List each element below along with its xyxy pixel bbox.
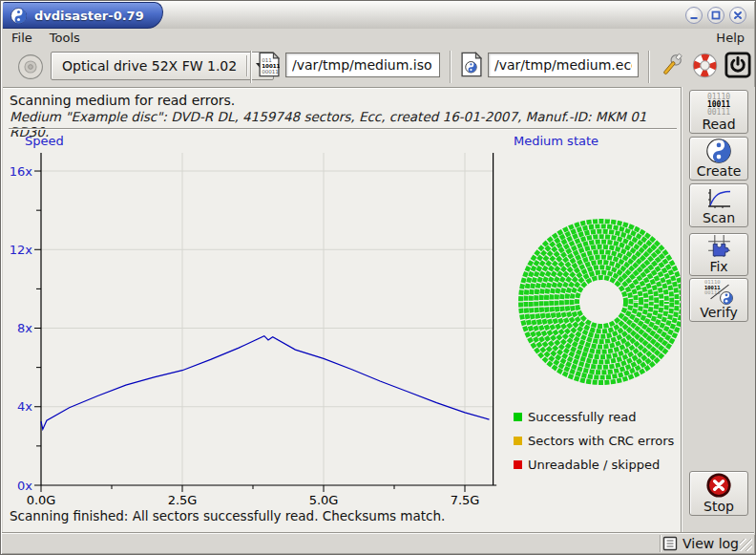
svg-text:5.0G: 5.0G [309, 493, 339, 507]
help-ring-icon[interactable] [692, 53, 718, 78]
medium-state-legend: Successfully read Sectors with CRC error… [514, 405, 674, 477]
maximize-button[interactable] [707, 7, 724, 24]
legend-swatch-yellow [514, 437, 522, 445]
combo-divider [246, 55, 247, 76]
view-log-icon [662, 536, 678, 551]
verify-icon: 011101001100111 [704, 280, 733, 305]
scan-button-label: Scan [703, 210, 735, 225]
read-binary-icon: 011101001100111 [707, 94, 730, 117]
svg-text:4x: 4x [17, 399, 32, 414]
svg-text:12x: 12x [10, 243, 33, 257]
menu-help[interactable]: Help [707, 30, 753, 46]
toolbar: Optical drive 52X FW 1.02 011 10011 0001… [3, 47, 753, 87]
stop-icon [705, 472, 732, 499]
preferences-wrench-icon[interactable] [659, 52, 684, 79]
speed-chart: 0x4x8x12x16x0.0G2.5G5.0G7.5G [3, 134, 523, 516]
svg-text:0x: 0x [17, 479, 32, 493]
minimize-button[interactable] [685, 7, 703, 24]
stop-button[interactable]: Stop [689, 471, 748, 516]
menu-tools[interactable]: Tools [41, 30, 89, 46]
scan-result-text: Scanning finished: All sectors successfu… [10, 508, 445, 523]
toolbar-separator [450, 51, 452, 83]
resize-grip[interactable] [740, 539, 752, 551]
toolbar-separator [250, 51, 252, 83]
status-bar: View log [2, 533, 754, 553]
fix-puzzle-icon [706, 233, 732, 259]
legend-row-success: Successfully read [514, 405, 674, 429]
iso-file-icon: 011 10011 00011 [259, 52, 280, 77]
scan-button[interactable]: Scan [689, 183, 748, 227]
action-status-text: Scanning medium for read errors. [10, 93, 235, 108]
statusbar-separator [660, 535, 662, 552]
app-window: dvdisaster-0.79 File Tools Help Optical … [0, 0, 756, 555]
title-tab: dvdisaster-0.79 [3, 2, 163, 29]
action-sidebar: 011101001100111 Read Create [681, 87, 755, 535]
menu-bar: File Tools Help [3, 29, 753, 47]
iso-path-input[interactable] [285, 53, 440, 77]
legend-swatch-red [514, 460, 522, 469]
legend-swatch-green [514, 413, 522, 421]
fix-button[interactable]: Fix [689, 233, 748, 276]
svg-text:8x: 8x [17, 321, 32, 335]
close-button[interactable] [729, 7, 746, 24]
drive-icon [17, 53, 44, 80]
legend-label: Sectors with CRC errors [528, 434, 674, 448]
medium-state-title: Medium state [514, 134, 598, 148]
legend-label: Unreadable / skipped [528, 458, 660, 472]
view-log-label: View log [682, 536, 739, 551]
drive-selector[interactable]: Optical drive 52X FW 1.02 [51, 52, 274, 80]
create-button[interactable]: Create [689, 137, 748, 181]
verify-button-label: Verify [700, 305, 738, 320]
medium-state-disc [506, 206, 697, 397]
toolbar-separator [648, 51, 650, 83]
create-button-label: Create [697, 163, 742, 179]
title-bar[interactable]: dvdisaster-0.79 [2, 2, 754, 29]
create-yinyang-icon [706, 139, 731, 163]
verify-button[interactable]: 011101001100111 Verify [689, 278, 748, 322]
drive-selector-value: Optical drive 52X FW 1.02 [62, 58, 237, 74]
fix-button-label: Fix [709, 259, 727, 274]
stop-button-label: Stop [704, 499, 734, 514]
svg-text:7.5G: 7.5G [451, 493, 480, 507]
main-panel: Scanning medium for read errors. Medium … [3, 87, 682, 535]
svg-text:00011: 00011 [262, 69, 279, 75]
horizontal-separator [9, 128, 677, 130]
quit-power-icon[interactable] [724, 52, 751, 78]
svg-text:0.0G: 0.0G [27, 493, 56, 507]
scan-chart-icon [705, 187, 732, 210]
legend-row-crc: Sectors with CRC errors [514, 429, 674, 453]
svg-text:16x: 16x [10, 164, 33, 179]
ecc-file-icon [461, 52, 482, 77]
view-log-button[interactable]: View log [662, 534, 739, 553]
legend-row-unreadable: Unreadable / skipped [514, 453, 674, 477]
legend-label: Successfully read [528, 410, 636, 424]
window-title: dvdisaster-0.79 [34, 9, 144, 23]
read-button[interactable]: 011101001100111 Read [689, 90, 748, 134]
ecc-path-input[interactable] [488, 53, 639, 77]
menu-file[interactable]: File [3, 30, 41, 46]
app-icon [10, 8, 27, 24]
read-button-label: Read [702, 117, 735, 132]
svg-text:2.5G: 2.5G [168, 493, 198, 507]
